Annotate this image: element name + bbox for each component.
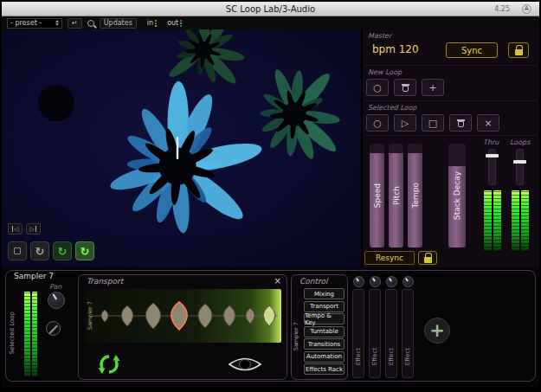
effect-slot-label: Effect	[404, 348, 411, 365]
window-title: SC Loop Lab/3-Audio	[226, 4, 315, 14]
eye-icon[interactable]	[228, 357, 262, 371]
record-circle-icon: ○	[373, 82, 382, 93]
control-button-automation[interactable]: Automation	[304, 351, 345, 363]
lock-icon	[424, 257, 432, 263]
bpm-display[interactable]: bpm 120	[372, 43, 419, 55]
input-meter-label: in	[147, 19, 157, 27]
close-icon[interactable]: ×	[274, 276, 281, 286]
selected-loop-delete-button[interactable]	[449, 114, 472, 132]
thru-label: Thru	[483, 138, 499, 146]
selected-loop-record-button[interactable]: ○	[366, 114, 389, 132]
control-button-tempo-key[interactable]: Tempo & Key	[304, 313, 345, 325]
pan-knob[interactable]	[48, 292, 65, 309]
selected-loop-meter	[24, 292, 37, 376]
preset-value: - preset -	[10, 19, 42, 27]
output-level-icon	[180, 20, 182, 27]
loop-mode-toggles: ↻ ↻ ↻	[8, 241, 94, 260]
sampler-panel: Sampler 7 Selected Loop Pan Transport × …	[2, 267, 539, 387]
version-label: 4.25	[494, 5, 510, 13]
titlebar: SC Loop Lab/3-Audio 4.25 A	[2, 2, 539, 16]
speed-fader-label: Speed	[373, 183, 382, 208]
audio-badge[interactable]: A	[522, 4, 531, 14]
effect-knob[interactable]	[370, 276, 381, 287]
new-loop-add-button[interactable]: +	[422, 79, 444, 96]
waveform-sampler-label: Sampler 7	[87, 294, 93, 337]
effect-knob[interactable]	[386, 276, 397, 287]
sync-button[interactable]: Sync	[446, 42, 498, 58]
selected-loop-meter-label: Selected Loop	[9, 292, 16, 375]
skip-back-button[interactable]: ◁	[8, 223, 23, 235]
stack-decay-fader[interactable]: Stack Decay	[448, 144, 466, 247]
play-icon: ▷	[402, 118, 409, 129]
loop-visualization[interactable]: ◁ ▷ ↻ ↻ ↻	[2, 29, 361, 267]
effect-slot-4[interactable]: Effect	[401, 276, 415, 378]
new-loop-record-button[interactable]: ○	[366, 79, 389, 96]
master-lock-button[interactable]	[508, 42, 529, 58]
load-preset-button[interactable]: ↵	[68, 18, 82, 29]
new-loop-delete-button[interactable]	[394, 79, 416, 96]
loops-volume-slider[interactable]	[516, 149, 524, 185]
close-icon: ×	[484, 118, 492, 129]
updates-button[interactable]: Updates	[100, 18, 137, 29]
loops-slider-handle[interactable]	[513, 160, 526, 164]
stop-mode-button[interactable]	[8, 241, 27, 260]
record-circle-icon: ○	[373, 118, 382, 129]
effect-slot-label: Effect	[371, 348, 378, 365]
control-button-transport[interactable]: Transport	[304, 301, 345, 312]
effect-slot-1[interactable]: Effect	[351, 276, 365, 378]
control-box-label: Control	[299, 277, 328, 286]
effect-slot-3[interactable]: Effect	[384, 276, 398, 378]
plus-icon: +	[428, 82, 436, 93]
skip-forward-button[interactable]: ▷	[26, 223, 41, 235]
loops-level-meter	[512, 190, 529, 251]
master-panel: Master bpm 120 Sync New Loop ○ + Selecte…	[363, 29, 539, 267]
selected-loop-stop-button[interactable]: □	[422, 114, 444, 132]
loop-icon: ↻	[35, 245, 45, 258]
control-box: Control Sampler 7 Mixing Transport Tempo…	[291, 274, 348, 380]
resync-lock-button[interactable]	[418, 251, 437, 265]
loop-mode-button-1[interactable]: ↻	[30, 241, 49, 260]
trash-icon	[457, 119, 465, 127]
control-button-list: Mixing Transport Tempo & Key Turntable T…	[304, 288, 345, 375]
stop-icon: □	[428, 118, 437, 129]
loop-icon: ↻	[81, 245, 90, 258]
effect-knob[interactable]	[403, 276, 414, 287]
toolbar: - preset - ↵ Updates in out	[2, 16, 539, 29]
effect-slot-label: Effect	[355, 348, 362, 365]
loop-icon: ↻	[58, 245, 68, 258]
loop-mode-button-2[interactable]: ↻	[53, 241, 72, 260]
control-button-transitions[interactable]: Transitions	[304, 338, 345, 350]
flower-visualization-canvas	[2, 29, 361, 267]
search-icon[interactable]	[87, 20, 94, 27]
new-loop-section-label: New Loop	[368, 68, 402, 76]
selected-loop-close-button[interactable]: ×	[477, 114, 499, 132]
effect-slot-2[interactable]: Effect	[368, 276, 382, 378]
skip-controls: ◁ ▷	[8, 223, 41, 235]
control-button-mixing[interactable]: Mixing	[304, 288, 345, 299]
control-button-turntable[interactable]: Turntable	[304, 326, 345, 337]
mute-button[interactable]	[46, 321, 61, 336]
loop-waveform-display[interactable]: Sampler 7	[86, 289, 281, 343]
tempo-fader[interactable]: Tempo	[408, 144, 422, 247]
master-section-label: Master	[368, 32, 391, 40]
pitch-fader[interactable]: Pitch	[389, 144, 403, 247]
loop-mode-button-active[interactable]: ↻	[75, 241, 94, 260]
loops-label: Loops	[510, 138, 530, 146]
control-button-effects-rack[interactable]: Effects Rack	[304, 363, 345, 375]
skip-back-icon: ◁	[14, 226, 18, 233]
loop-refresh-icon[interactable]	[98, 353, 120, 376]
thru-volume-slider[interactable]	[488, 149, 496, 185]
add-effect-button[interactable]: +	[424, 318, 450, 344]
input-level-icon	[155, 20, 157, 27]
selected-loop-play-button[interactable]: ▷	[394, 114, 416, 132]
preset-dropdown[interactable]: - preset -	[7, 18, 62, 29]
effect-knob[interactable]	[353, 276, 364, 287]
trash-icon	[402, 83, 409, 92]
square-icon	[14, 247, 21, 254]
speed-fader[interactable]: Speed	[370, 144, 384, 247]
transport-box-label: Transport	[87, 277, 123, 286]
resync-button[interactable]: Resync	[364, 251, 415, 265]
lock-icon	[515, 49, 523, 55]
thru-slider-handle[interactable]	[486, 154, 499, 157]
effect-slot-label: Effect	[388, 348, 395, 365]
